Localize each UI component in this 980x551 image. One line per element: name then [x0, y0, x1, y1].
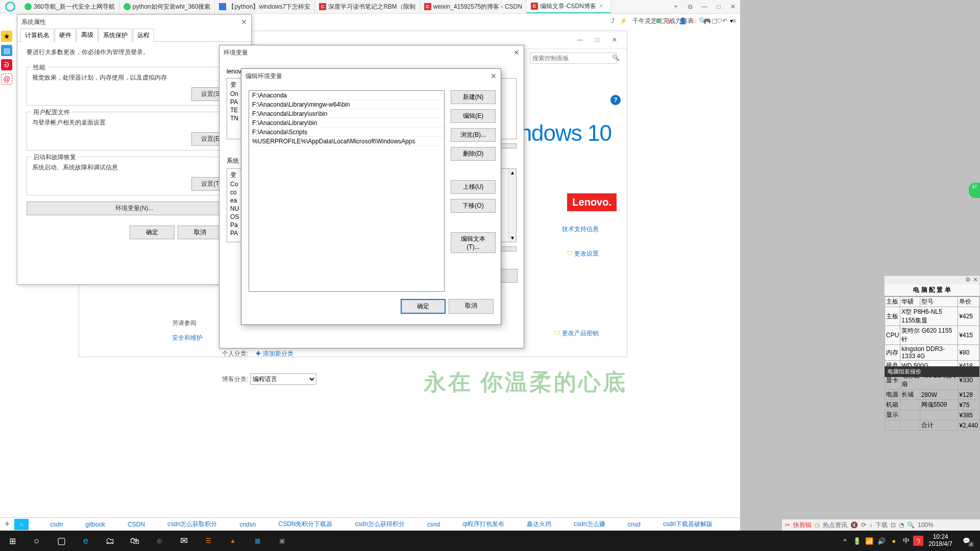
tab-4[interactable]: Cweixin_41592575的博客 - CSDN	[420, 0, 527, 13]
plus-icon[interactable]: ⊕	[653, 17, 663, 24]
sogou-icon[interactable]: ㄅ	[913, 536, 923, 546]
close-icon[interactable]: ✕	[513, 48, 520, 57]
mute-icon[interactable]: 🔇	[850, 521, 858, 529]
download-icon[interactable]: ↓	[869, 521, 872, 529]
bottom-link[interactable]: csdn下载器破解版	[663, 520, 713, 529]
tab-0[interactable]: 360导航_新一代安全上网导航	[20, 0, 119, 13]
bottom-link[interactable]: CSDN免积分下载器	[278, 520, 332, 529]
popup-footer[interactable]: 电脑组装报价	[885, 366, 979, 377]
tab-protection[interactable]: 系统保护	[99, 29, 132, 42]
bottom-link[interactable]: qt程序打包发布	[462, 520, 504, 529]
search-box-icon[interactable]: ○	[14, 519, 29, 530]
bottom-link[interactable]: CSDN	[128, 521, 145, 528]
battery-icon[interactable]: 🔋	[852, 537, 862, 545]
tab-computername[interactable]: 计算机名	[20, 29, 54, 42]
bottom-link[interactable]: cndsn	[239, 521, 256, 528]
quickcut-label[interactable]: 快剪辑	[793, 521, 812, 530]
cancel-button[interactable]: 取消	[178, 226, 223, 239]
pip-icon[interactable]: ⊡	[891, 521, 896, 529]
settings-icon[interactable]: ◔	[899, 521, 904, 529]
start-button[interactable]: ⊞	[0, 531, 24, 551]
close-icon[interactable]: ✕	[241, 18, 247, 26]
close-icon[interactable]: ✕	[491, 72, 497, 80]
chevron-icon[interactable]: ▾	[727, 17, 736, 24]
path-listbox[interactable]: F:\Anaconda F:\Anaconda\Library\mingw-w6…	[249, 90, 445, 292]
app-icon[interactable]: ☰	[196, 531, 220, 551]
tab-3[interactable]: C深度学习读书笔记之RBM（限制	[315, 0, 420, 13]
zoom-icon[interactable]: 🔍	[907, 521, 915, 529]
move-down-button[interactable]: 下移(O)	[451, 199, 496, 213]
search-icon[interactable]: 🔍	[612, 54, 620, 61]
browse-button[interactable]: 浏览(B)...	[451, 128, 496, 142]
explorer-icon[interactable]: 🗂	[98, 531, 122, 551]
ok-button[interactable]: 确定	[401, 299, 446, 314]
browser360-icon[interactable]: ◎	[147, 531, 172, 551]
cancel-button[interactable]: 取消	[449, 299, 494, 314]
restore-button[interactable]: ⧉	[683, 2, 697, 12]
tab-1[interactable]: python如何安装whl_360搜索	[119, 0, 215, 13]
popup-close-icon[interactable]: ✕	[973, 276, 978, 284]
bottom-link[interactable]: csdn	[50, 521, 63, 528]
bottom-link[interactable]: csnd	[427, 521, 440, 528]
share-icon[interactable]: ⤴	[611, 17, 615, 24]
weibo-icon[interactable]: ᘐ	[1, 59, 12, 70]
bottom-link[interactable]: gitbook	[85, 521, 105, 528]
edit-button[interactable]: 编辑(E)	[451, 109, 496, 123]
store-icon[interactable]: 🛍	[122, 531, 147, 551]
tab-remote[interactable]: 远程	[133, 29, 154, 42]
doc-icon[interactable]: ▤	[1, 45, 12, 56]
cp-minimize[interactable]: —	[573, 35, 587, 45]
cortana-button[interactable]: ○	[24, 531, 49, 551]
path-item[interactable]: %USERPROFILE%\AppData\Local\Microsoft\Wi…	[249, 137, 444, 146]
delete-button[interactable]: 删除(D)	[451, 147, 496, 161]
add-category-link[interactable]: ✚ 添加新分类	[256, 350, 293, 357]
tab-5[interactable]: C编辑文章-CSDN博客×	[527, 0, 611, 13]
path-item[interactable]: F:\Anaconda\Scripts	[249, 128, 444, 137]
new-button[interactable]: 新建(N)	[451, 90, 496, 104]
notifications-button[interactable]: 💬4	[958, 534, 975, 548]
ok-button[interactable]: 确定	[130, 226, 175, 239]
tech-support-link[interactable]: 技术支持信息	[562, 225, 599, 234]
hotnews-label[interactable]: 热点资讯	[823, 521, 847, 530]
env-vars-button[interactable]: 环境变量(N)...	[27, 202, 242, 215]
app3-icon[interactable]: ▣	[270, 531, 294, 551]
tab-hardware[interactable]: 硬件	[55, 29, 76, 42]
mail-icon[interactable]: ✉	[172, 531, 196, 551]
scrollbar[interactable]: ▴▾	[508, 169, 516, 242]
minimize-button[interactable]: —	[697, 2, 712, 12]
security-link[interactable]: 安全和维护	[172, 334, 203, 342]
app2-icon[interactable]: ▦	[245, 531, 270, 551]
taskview-button[interactable]: ▢	[49, 531, 74, 551]
tab-2[interactable]: 【python】windows7下怎样安	[215, 0, 315, 13]
shield-icon[interactable]: 🛡	[715, 17, 724, 24]
ime-icon[interactable]: 中	[901, 536, 911, 545]
bottom-link[interactable]: csdn怎么获得积分	[355, 520, 404, 529]
game-icon[interactable]: 🎮	[702, 17, 712, 24]
close-button[interactable]: ✕	[726, 2, 740, 12]
cp-maximize[interactable]: □	[590, 35, 604, 45]
cp-search-input[interactable]	[530, 53, 617, 64]
clock[interactable]: 10:242018/4/7	[925, 534, 955, 548]
change-settings-link[interactable]: 🛡更改设置	[567, 249, 599, 258]
cp-close[interactable]: ✕	[607, 35, 622, 45]
wifi-icon[interactable]: ⟳	[861, 521, 866, 529]
person-icon[interactable]: 👤	[678, 17, 687, 24]
bottom-link[interactable]: csdn怎么赚	[574, 520, 605, 529]
face-icon[interactable]: ☺	[690, 17, 699, 24]
new-tab-button[interactable]: +	[669, 2, 683, 12]
tray-expand-icon[interactable]: ^	[840, 537, 850, 545]
edge-icon[interactable]: e	[74, 531, 98, 551]
move-up-button[interactable]: 上移(U)	[451, 180, 496, 194]
side-badge[interactable]: 47	[969, 183, 980, 198]
cut-icon[interactable]: ✂	[785, 521, 790, 529]
add-bookmark-button[interactable]: +	[0, 519, 14, 530]
at-icon[interactable]: @	[1, 73, 12, 85]
popup-settings-icon[interactable]: ⚙	[965, 276, 971, 284]
close-icon[interactable]: ×	[599, 3, 606, 10]
path-item[interactable]: F:\Anaconda	[249, 91, 444, 100]
matlab-icon[interactable]: ▲	[220, 531, 245, 551]
tray-icon[interactable]: ●	[889, 537, 899, 545]
maximize-button[interactable]: □	[712, 2, 726, 12]
wifi-icon[interactable]: 📶	[864, 537, 874, 545]
bottom-link[interactable]: 鑫达火鸡	[527, 520, 551, 529]
